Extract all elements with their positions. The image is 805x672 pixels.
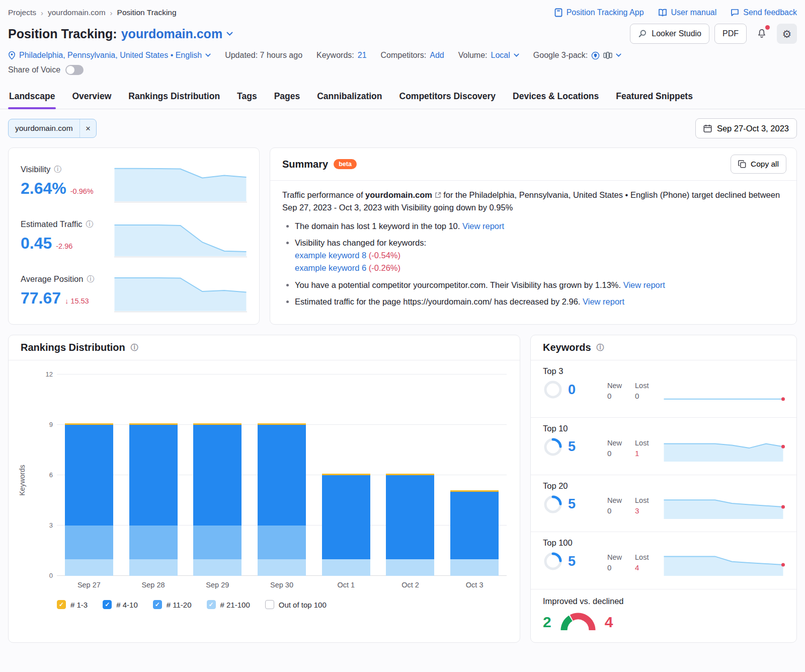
top20-lost: 3 bbox=[635, 506, 649, 515]
chevron-down-icon bbox=[514, 53, 519, 57]
position-tracking-app-link[interactable]: Position Tracking App bbox=[554, 8, 644, 17]
checkbox-4-10[interactable]: ✓ bbox=[103, 600, 112, 609]
legend-item-21-100[interactable]: ✓ # 21-100 bbox=[207, 600, 250, 609]
visibility-delta: -0.96% bbox=[70, 187, 94, 195]
summary-bullet-traffic: Estimated traffic for the page https://y… bbox=[295, 295, 784, 308]
checkbox-21-100[interactable]: ✓ bbox=[207, 600, 216, 609]
info-icon[interactable]: ⓘ bbox=[131, 343, 138, 352]
tab-rankings-distribution[interactable]: Rankings Distribution bbox=[127, 86, 221, 109]
breadcrumb-domain[interactable]: yourdomain.com bbox=[48, 8, 106, 17]
avg-position-delta: ↓ 15.53 bbox=[65, 297, 89, 305]
updated-status: Updated: 7 hours ago bbox=[225, 51, 302, 60]
legend-item-1-3[interactable]: ✓ # 1-3 bbox=[57, 600, 88, 609]
chip-close-icon[interactable]: ✕ bbox=[79, 119, 97, 137]
top3-donut bbox=[543, 380, 563, 400]
view-report-link[interactable]: View report bbox=[583, 297, 624, 306]
send-feedback-link[interactable]: Send feedback bbox=[731, 8, 797, 17]
rd-bar-oct-3[interactable] bbox=[450, 490, 499, 576]
legend-item-11-20[interactable]: ✓ # 11-20 bbox=[153, 600, 192, 609]
tab-featured-snippets[interactable]: Featured Snippets bbox=[615, 86, 694, 109]
summary-title: Summary bbox=[282, 159, 328, 170]
keywords-count-link[interactable]: 21 bbox=[358, 51, 367, 60]
breadcrumb-current: Position Tracking bbox=[117, 8, 177, 17]
info-icon[interactable]: ⓘ bbox=[597, 343, 604, 352]
top20-count[interactable]: 5 bbox=[568, 496, 576, 512]
top100-donut bbox=[543, 551, 563, 571]
tab-devices-locations[interactable]: Devices & Locations bbox=[512, 86, 600, 109]
keyword-6-delta: (-0.26%) bbox=[369, 263, 400, 272]
user-manual-link[interactable]: User manual bbox=[658, 8, 717, 17]
location-pin-icon bbox=[8, 51, 16, 60]
top10-new: 0 bbox=[607, 449, 622, 458]
rd-legend: ✓ # 1-3 ✓ # 4-10 ✓ # 11-20 ✓ # 21-100 Ou… bbox=[9, 589, 520, 620]
legend-item-out-of-top-100[interactable]: Out of top 100 bbox=[265, 600, 327, 609]
top10-count[interactable]: 5 bbox=[568, 439, 576, 455]
view-report-link[interactable]: View report bbox=[462, 221, 504, 231]
info-icon[interactable]: ⓘ bbox=[87, 274, 94, 284]
tab-tags[interactable]: Tags bbox=[236, 86, 258, 109]
visibility-metric: Visibilityⓘ 2.64% -0.96% bbox=[21, 160, 247, 202]
visibility-value: 2.64% bbox=[21, 179, 66, 198]
beta-badge: beta bbox=[334, 159, 357, 169]
checkbox-11-20[interactable]: ✓ bbox=[153, 600, 162, 609]
tab-cannibalization[interactable]: Cannibalization bbox=[316, 86, 383, 109]
app-icon bbox=[554, 8, 562, 17]
keyword-8-delta: (-0.54%) bbox=[369, 251, 400, 260]
target-location[interactable]: Philadelphia, Pennsylvania, United State… bbox=[8, 51, 211, 60]
breadcrumb-projects[interactable]: Projects bbox=[8, 8, 36, 17]
example-keyword-8-link[interactable]: example keyword 8 bbox=[295, 251, 366, 260]
share-of-voice-toggle[interactable] bbox=[65, 65, 84, 75]
rd-bar-sep-28[interactable] bbox=[129, 423, 178, 576]
copy-all-button[interactable]: Copy all bbox=[731, 155, 786, 174]
summary-card: Summary beta Copy all Traffic performanc… bbox=[270, 147, 797, 325]
tab-overview[interactable]: Overview bbox=[71, 86, 112, 109]
settings-button[interactable]: ⚙ bbox=[777, 24, 797, 44]
looker-studio-icon bbox=[638, 29, 647, 38]
rd-bars bbox=[57, 375, 507, 576]
tab-landscape[interactable]: Landscape bbox=[8, 86, 56, 109]
top100-count[interactable]: 5 bbox=[568, 554, 576, 569]
top20-sparkline bbox=[664, 492, 786, 519]
checkbox-out-of-top-100[interactable] bbox=[265, 600, 274, 609]
average-position-metric: Average Positionⓘ 77.67 ↓ 15.53 bbox=[21, 270, 247, 312]
date-range-picker[interactable]: Sep 27-Oct 3, 2023 bbox=[695, 118, 797, 138]
keywords-row-top100: Top 100 5 New0 Lost4 bbox=[531, 532, 796, 589]
volume-selector[interactable]: Volume: Local bbox=[458, 51, 519, 60]
rd-bar-sep-27[interactable] bbox=[65, 423, 113, 576]
rd-bar-sep-30[interactable] bbox=[258, 423, 306, 576]
rd-ylabel: Keywords bbox=[18, 465, 26, 495]
summary-bullet-lost-keyword: The domain has lost 1 keyword in the top… bbox=[295, 220, 784, 233]
keywords-row-top3: Top 3 0 New0 Lost0 bbox=[531, 360, 796, 418]
improved-declined-gauge bbox=[558, 610, 598, 634]
external-link-icon[interactable] bbox=[435, 192, 441, 198]
looker-studio-button[interactable]: Looker Studio bbox=[630, 24, 709, 44]
rd-bar-sep-29[interactable] bbox=[193, 423, 242, 576]
info-icon[interactable]: ⓘ bbox=[86, 219, 94, 229]
competitors-meta: Competitors: Add bbox=[381, 51, 444, 60]
pdf-button[interactable]: PDF bbox=[714, 24, 747, 44]
example-keyword-6-link[interactable]: example keyword 6 bbox=[295, 263, 366, 272]
google-3pack-selector[interactable]: Google 3-pack: bbox=[533, 51, 622, 60]
rd-bar-oct-1[interactable] bbox=[322, 474, 370, 576]
summary-intro: Traffic performance of yourdomain.com fo… bbox=[282, 189, 784, 214]
declined-count: 4 bbox=[605, 614, 613, 631]
traffic-sparkline bbox=[114, 215, 247, 257]
tab-competitors-discovery[interactable]: Competitors Discovery bbox=[398, 86, 497, 109]
tab-pages[interactable]: Pages bbox=[273, 86, 301, 109]
top3-count[interactable]: 0 bbox=[568, 382, 576, 398]
checkbox-1-3[interactable]: ✓ bbox=[57, 600, 66, 609]
breadcrumb: Projects › yourdomain.com › Position Tra… bbox=[8, 8, 177, 17]
chevron-down-icon[interactable] bbox=[226, 32, 233, 36]
legend-item-4-10[interactable]: ✓ # 4-10 bbox=[103, 600, 138, 609]
rd-bar-oct-2[interactable] bbox=[386, 474, 434, 576]
info-icon[interactable]: ⓘ bbox=[54, 165, 61, 174]
top20-donut bbox=[543, 494, 563, 514]
bell-icon bbox=[756, 28, 767, 39]
add-competitors-link[interactable]: Add bbox=[430, 51, 444, 60]
view-report-link[interactable]: View report bbox=[623, 280, 665, 289]
page-header: Projects › yourdomain.com › Position Tra… bbox=[0, 0, 805, 75]
notifications-button[interactable] bbox=[752, 24, 772, 44]
top10-donut bbox=[543, 437, 563, 457]
top3-lost: 0 bbox=[635, 392, 649, 400]
title-domain-dropdown[interactable]: yourdomain.com bbox=[121, 27, 222, 41]
